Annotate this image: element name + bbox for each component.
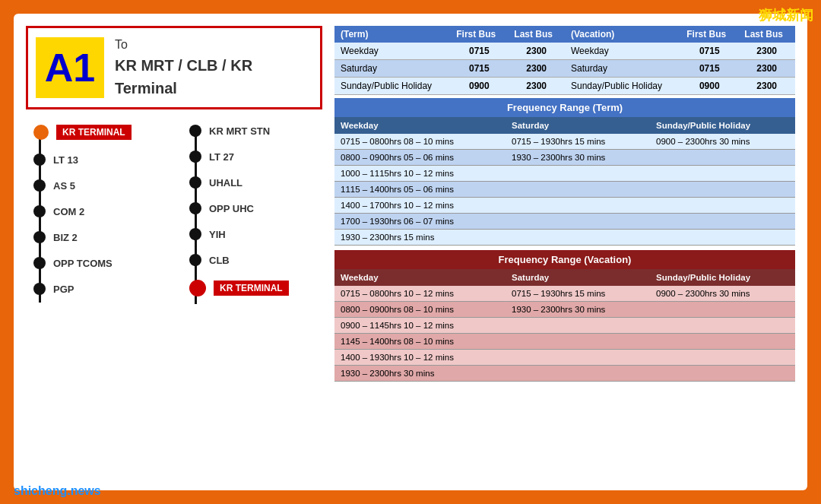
freq-saturday-cell: 1930 – 2300hrs 30 mins — [506, 150, 650, 166]
first-bus-cell: 0715 — [450, 60, 508, 78]
freq-saturday-cell: 0715 – 1930hrs 15 mins — [506, 134, 650, 150]
freq-term-weekday-header: Weekday — [334, 117, 506, 134]
stop-dot — [33, 257, 46, 269]
stop-dot — [33, 231, 46, 243]
stop-label-clb: CLB — [209, 255, 230, 266]
stop-dot — [33, 179, 46, 192]
freq-sunday-cell: 0900 – 2300hrs 30 mins — [650, 134, 795, 150]
stop-row: LT 13 — [33, 154, 159, 166]
vac-saturday-cell: 1930 – 2300hrs 30 mins — [506, 302, 650, 318]
last-bus-cell: 2300 — [508, 78, 565, 95]
freq-weekday-cell: 1930 – 2300hrs 15 mins — [334, 230, 506, 246]
freq-sunday-cell — [650, 230, 795, 246]
bus-times-row: Weekday 0715 2300 Weekday 0715 2300 — [334, 43, 795, 60]
stop-dot — [189, 125, 201, 137]
to-label: To — [115, 36, 312, 54]
stop-label-opptcoms: OPP TCOMS — [53, 258, 113, 269]
freq-vac-row: 1145 – 1400hrs 08 – 10 mins — [334, 334, 795, 350]
first-bus-cell: 0715 — [450, 43, 508, 60]
freq-term-row: 1930 – 2300hrs 15 mins — [334, 230, 795, 246]
freq-weekday-cell: 0715 – 0800hrs 08 – 10 mins — [334, 134, 506, 150]
right-line-container: KR MRT STN LT 27 UHALL OPP UHC — [189, 125, 315, 310]
vac-last-cell: 2300 — [738, 60, 795, 78]
vacation-last-header: Last Bus — [738, 26, 795, 43]
first-bus-header: First Bus — [450, 26, 508, 43]
freq-vac-row: 0800 – 0900hrs 08 – 10 mins 1930 – 2300h… — [334, 302, 795, 318]
vac-weekday-cell: 1930 – 2300hrs 30 mins — [334, 366, 506, 382]
stop-dot — [189, 202, 201, 214]
vac-first-cell: 0715 — [680, 60, 738, 78]
freq-sunday-cell — [650, 150, 795, 166]
stop-row: OPP TCOMS — [33, 257, 159, 269]
stop-row: BIZ 2 — [33, 231, 159, 243]
last-bus-header: Last Bus — [508, 26, 565, 43]
first-bus-cell: 0900 — [450, 78, 508, 95]
vac-sunday-cell — [650, 318, 795, 334]
freq-term-row: 1000 – 1115hrs 10 – 12 mins — [334, 166, 795, 182]
vac-weekday-cell: 0715 – 0800hrs 10 – 12 mins — [334, 286, 506, 302]
freq-saturday-cell — [506, 214, 650, 230]
freq-term-row: 1115 – 1400hrs 05 – 06 mins — [334, 182, 795, 198]
vac-sunday-cell — [650, 334, 795, 350]
stop-label-kr-terminal-start: KR TERMINAL — [56, 125, 132, 140]
freq-vac-row: 0715 – 0800hrs 10 – 12 mins 0715 – 1930h… — [334, 286, 795, 302]
stop-row: KR TERMINAL — [189, 280, 315, 296]
stop-label-yih: YIH — [209, 229, 226, 240]
freq-term-row: 1400 – 1700hrs 10 – 12 mins — [334, 198, 795, 214]
vac-saturday-cell — [506, 350, 650, 366]
freq-term-sunday-header: Sunday/Public Holiday — [650, 117, 795, 134]
stop-row: COM 2 — [33, 205, 159, 217]
vac-sunday-cell: 0900 – 2300hrs 30 mins — [650, 286, 795, 302]
stop-row: PGP — [33, 283, 159, 295]
freq-term-row: 1700 – 1930hrs 06 – 07 mins — [334, 214, 795, 230]
stop-row: KR MRT STN — [189, 125, 315, 137]
freq-vac-sunday-header: Sunday/Public Holiday — [650, 269, 795, 286]
stop-row: OPP UHC — [189, 202, 315, 214]
vac-saturday-cell: 0715 – 1930hrs 15 mins — [506, 286, 650, 302]
freq-saturday-cell — [506, 166, 650, 182]
stop-label-oppuhc: OPP UHC — [209, 203, 254, 214]
vac-weekday-cell: 1400 – 1930hrs 10 – 12 mins — [334, 350, 506, 366]
stop-label-com2: COM 2 — [53, 206, 84, 217]
left-line-container: KR TERMINAL LT 13 AS 5 COM 2 — [33, 125, 159, 309]
freq-term-table: Weekday Saturday Sunday/Public Holiday 0… — [334, 117, 795, 246]
watermark-bottom: shicheng.news — [14, 484, 101, 498]
stop-row: AS 5 — [33, 179, 159, 192]
stop-dot-terminal-red — [189, 280, 206, 296]
vac-saturday-cell — [506, 318, 650, 334]
stop-label-as5: AS 5 — [53, 180, 75, 192]
freq-weekday-cell: 1400 – 1700hrs 10 – 12 mins — [334, 198, 506, 214]
destination-text: KR MRT / CLB / KR Terminal — [115, 54, 312, 100]
period-cell: Weekday — [334, 43, 450, 60]
stop-label-krmrtstn: KR MRT STN — [209, 125, 270, 137]
left-stops-column: KR TERMINAL LT 13 AS 5 COM 2 — [33, 125, 159, 310]
stop-row: KR TERMINAL — [33, 125, 159, 140]
freq-saturday-cell — [506, 230, 650, 246]
vacation-header: (Vacation) — [565, 26, 680, 43]
stop-dot-terminal-orange — [33, 125, 49, 140]
freq-term-header: Frequency Range (Term) — [334, 98, 795, 117]
freq-vac-row: 1930 – 2300hrs 30 mins — [334, 366, 795, 382]
right-stops-column: KR MRT STN LT 27 UHALL OPP UHC — [189, 125, 315, 310]
period-cell: Sunday/Public Holiday — [334, 78, 450, 95]
stop-dot — [189, 176, 201, 189]
stop-label-uhall: UHALL — [209, 177, 242, 189]
stop-row: YIH — [189, 228, 315, 240]
watermark-top: 狮城新闻 — [759, 6, 813, 24]
bus-times-row: Saturday 0715 2300 Saturday 0715 2300 — [334, 60, 795, 78]
freq-saturday-cell — [506, 198, 650, 214]
bus-times-table: (Term) First Bus Last Bus (Vacation) Fir… — [334, 26, 795, 95]
freq-weekday-cell: 1700 – 1930hrs 06 – 07 mins — [334, 214, 506, 230]
last-bus-cell: 2300 — [508, 43, 565, 60]
freq-vacation-table: Weekday Saturday Sunday/Public Holiday 0… — [334, 269, 795, 382]
vac-saturday-cell — [506, 334, 650, 350]
freq-sunday-cell — [650, 198, 795, 214]
route-map: KR TERMINAL LT 13 AS 5 COM 2 — [26, 125, 322, 310]
freq-saturday-cell — [506, 182, 650, 198]
stop-dot — [189, 151, 201, 163]
term-header: (Term) — [334, 26, 450, 43]
vac-saturday-cell — [506, 366, 650, 382]
freq-vac-row: 1400 – 1930hrs 10 – 12 mins — [334, 350, 795, 366]
vac-last-cell: 2300 — [738, 43, 795, 60]
stop-row: LT 27 — [189, 151, 315, 163]
